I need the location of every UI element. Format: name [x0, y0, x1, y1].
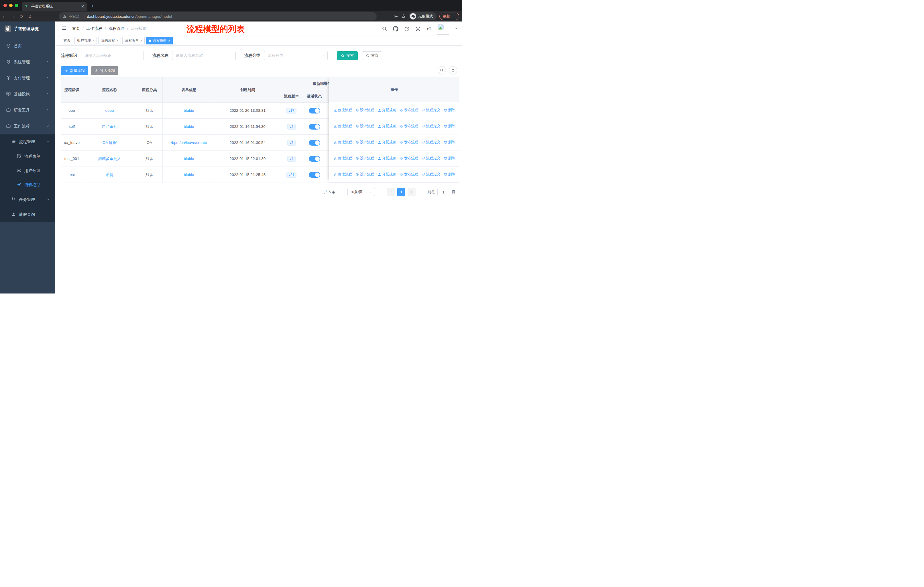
active-status-toggle[interactable]	[309, 108, 320, 114]
tag-tenant[interactable]: 租户管理×	[74, 37, 97, 45]
delete-link[interactable]: 删除	[444, 140, 455, 145]
import-process-button[interactable]: 导入流程	[91, 66, 118, 75]
password-key-icon[interactable]	[393, 14, 398, 19]
modify-process-link[interactable]: 修改流程	[333, 140, 352, 145]
search-button[interactable]: 搜索	[337, 51, 358, 60]
design-process-link[interactable]: 设计流程	[355, 108, 375, 112]
sidebar-item-workflow[interactable]: 工作流程	[0, 118, 55, 134]
row-name-link[interactable]: 测试多审批人	[98, 156, 121, 161]
sidebar-item-task-mgmt[interactable]: 任务管理	[0, 192, 55, 207]
tag-close-icon[interactable]: ×	[92, 39, 94, 42]
sidebar-item-devtools[interactable]: 研发工具	[0, 103, 55, 118]
process-definition-link[interactable]: 流程定义	[422, 172, 441, 177]
chrome-menu-icon[interactable]: ⋮	[452, 14, 456, 18]
tag-process-model[interactable]: 流程模型×	[146, 37, 172, 45]
window-minimize-button[interactable]	[9, 4, 13, 7]
sidebar-item-system[interactable]: 系统管理	[0, 54, 55, 70]
publish-process-link[interactable]: 发布流程	[399, 108, 419, 112]
fullscreen-icon[interactable]	[415, 26, 421, 31]
breadcrumb-process-mgmt[interactable]: 流程管理	[109, 26, 125, 31]
bookmark-star-icon[interactable]	[401, 14, 406, 19]
reload-button[interactable]: ⟳	[17, 13, 26, 19]
row-name-link[interactable]: 滔博	[106, 172, 114, 177]
window-zoom-button[interactable]	[15, 4, 18, 7]
avatar[interactable]	[437, 23, 449, 35]
chrome-update-button[interactable]: 更新 ⋮	[439, 13, 459, 20]
assign-rule-link[interactable]: 分配规则	[378, 140, 396, 145]
create-process-button[interactable]: 新建流程	[61, 66, 88, 75]
row-form-link[interactable]: biubiu	[183, 172, 194, 177]
back-button[interactable]: ←	[0, 14, 8, 19]
sidebar-item-user-group[interactable]: 用户分组	[0, 164, 55, 178]
design-process-link[interactable]: 设计流程	[355, 124, 375, 129]
home-button[interactable]: ⌂	[26, 14, 35, 19]
row-form-link[interactable]: biubiu	[183, 124, 194, 129]
delete-link[interactable]: 删除	[444, 108, 455, 112]
delete-link[interactable]: 删除	[444, 124, 455, 129]
window-close-button[interactable]	[3, 4, 7, 7]
sidebar-collapse-icon[interactable]	[61, 25, 67, 32]
modify-process-link[interactable]: 修改流程	[333, 108, 352, 112]
assign-rule-link[interactable]: 分配规则	[378, 108, 396, 112]
design-process-link[interactable]: 设计流程	[355, 172, 375, 177]
delete-link[interactable]: 删除	[444, 156, 455, 161]
reset-button[interactable]: 重置	[362, 51, 382, 60]
row-form-link[interactable]: /bpm/oa/leave/create	[171, 141, 207, 145]
publish-process-link[interactable]: 发布流程	[399, 156, 419, 161]
category-select[interactable]: 流程分类	[264, 51, 328, 60]
modify-process-link[interactable]: 修改流程	[333, 156, 352, 161]
tag-home[interactable]: 首页	[61, 37, 73, 45]
version-badge[interactable]: v17	[286, 108, 297, 114]
publish-process-link[interactable]: 发布流程	[399, 140, 419, 145]
process-definition-link[interactable]: 流程定义	[422, 108, 441, 112]
process-key-input[interactable]: 请输入流程标识	[81, 51, 144, 60]
version-badge[interactable]: v21	[286, 172, 297, 178]
assign-rule-link[interactable]: 分配规则	[378, 124, 396, 129]
modify-process-link[interactable]: 修改流程	[333, 124, 352, 129]
tag-my-process[interactable]: 我的流程×	[98, 37, 120, 45]
active-status-toggle[interactable]	[309, 140, 320, 146]
process-name-input[interactable]: 请输入流程名称	[172, 51, 236, 60]
version-badge[interactable]: v5	[287, 140, 295, 146]
prev-page-button[interactable]: ‹	[387, 188, 395, 196]
design-process-link[interactable]: 设计流程	[355, 156, 375, 161]
breadcrumb-home[interactable]: 首页	[72, 26, 80, 31]
delete-link[interactable]: 删除	[444, 172, 455, 177]
process-definition-link[interactable]: 流程定义	[422, 156, 441, 161]
breadcrumb-workflow[interactable]: 工作流程	[86, 26, 102, 31]
forward-button[interactable]: →	[8, 14, 17, 19]
sidebar-item-process-form[interactable]: 流程表单	[0, 149, 55, 164]
row-form-link[interactable]: biubiu	[183, 108, 194, 112]
page-size-select[interactable]: 10条/页	[347, 188, 375, 196]
active-status-toggle[interactable]	[309, 172, 320, 178]
help-icon[interactable]	[404, 26, 409, 31]
sidebar-item-infra[interactable]: 基础设施	[0, 86, 55, 103]
row-name-link[interactable]: OA 请假	[102, 140, 117, 146]
publish-process-link[interactable]: 发布流程	[399, 124, 419, 129]
sidebar-logo[interactable]: 芋道管理系统	[0, 21, 55, 36]
sidebar-item-home[interactable]: 首页	[0, 38, 55, 54]
assign-rule-link[interactable]: 分配规则	[378, 156, 396, 161]
publish-process-link[interactable]: 发布流程	[399, 172, 419, 177]
row-form-link[interactable]: biubiu	[183, 157, 194, 161]
next-page-button[interactable]: ›	[408, 188, 416, 196]
show-search-toggle-button[interactable]	[438, 66, 446, 74]
browser-tab[interactable]: 芋道管理系统 ✕	[22, 2, 87, 11]
row-name-link[interactable]: eeee	[105, 108, 114, 112]
sidebar-item-process-model[interactable]: 流程模型	[0, 178, 55, 192]
process-definition-link[interactable]: 流程定义	[422, 140, 441, 145]
modify-process-link[interactable]: 修改流程	[333, 172, 352, 177]
active-status-toggle[interactable]	[309, 124, 320, 129]
tag-close-icon[interactable]: ×	[168, 39, 170, 42]
tag-close-icon[interactable]: ×	[116, 39, 118, 42]
header-search-icon[interactable]	[382, 26, 387, 31]
process-definition-link[interactable]: 流程定义	[422, 124, 441, 129]
sidebar-item-leave-query[interactable]: 请假查询	[0, 207, 55, 222]
row-name-link[interactable]: 自己审批	[102, 124, 117, 129]
new-tab-button[interactable]: +	[91, 3, 94, 9]
design-process-link[interactable]: 设计流程	[355, 140, 375, 145]
version-badge[interactable]: v2	[287, 124, 295, 129]
avatar-caret-icon[interactable]	[455, 27, 458, 30]
tag-close-icon[interactable]: ×	[140, 39, 142, 42]
active-status-toggle[interactable]	[309, 156, 320, 162]
